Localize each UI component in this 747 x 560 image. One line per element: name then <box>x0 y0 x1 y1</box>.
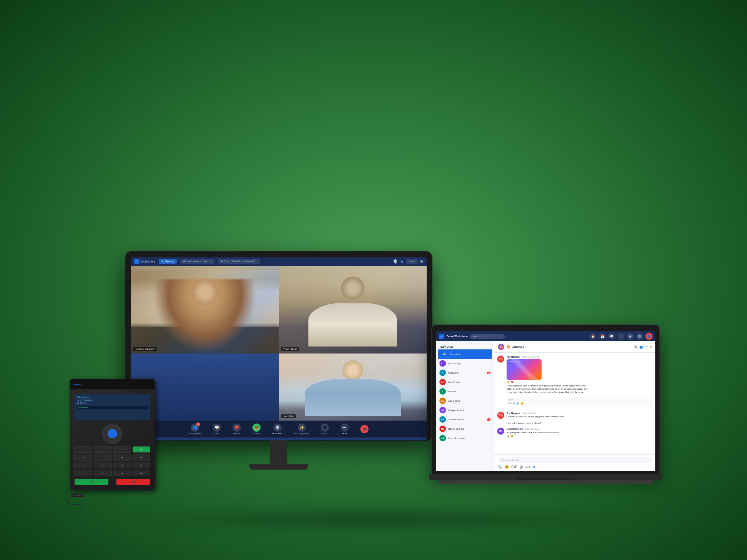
phone-key-hash[interactable]: # <box>113 470 131 476</box>
video-grid: Lindsey Sanchez Rocco Tapia <box>131 266 427 421</box>
zoom-laptop-logo: Zoom Workplace <box>446 335 467 338</box>
team-chat-avatar: TC <box>441 351 447 357</box>
phone-keypad: 1 2 3 ✉ 4 5 6 Hold 7 8 9 Xfer * 0 # Conf <box>74 446 150 476</box>
zoom-nav-icons: 🏠 📅 💬 📞 ⊞ ⚙️ 👤 <box>589 333 652 340</box>
zoom-nav-apps[interactable]: ⊞ <box>627 333 634 340</box>
sidebar-item-zoe[interactable]: ZC Zoe Collins <box>436 396 494 405</box>
phone-key-2[interactable]: 2 <box>94 446 111 453</box>
sidebar-item-marketing[interactable]: # Marketing 2 <box>436 368 494 377</box>
apps-label: Apps <box>322 432 327 435</box>
toolbar-share[interactable]: 📤 Share <box>252 424 261 435</box>
ai-companion-icon: ✨ <box>298 424 306 432</box>
link-icon[interactable]: 🔗 <box>516 402 519 405</box>
thumbs-up-icon[interactable]: 👍 <box>507 381 510 383</box>
phone-key-7[interactable]: 7 <box>74 462 92 469</box>
toolbar-host-tools[interactable]: 🛡️ Host tools <box>272 424 283 435</box>
share-label: Share <box>253 432 259 435</box>
sidebar-item-ken[interactable]: KC Ken Chung <box>436 359 494 368</box>
phone-key-5[interactable]: 5 <box>94 454 111 460</box>
lea-nametag: Lea Hahn <box>281 414 296 418</box>
search-icon[interactable]: 🔍 <box>634 345 638 349</box>
phone-key-1[interactable]: 1 <box>74 446 92 453</box>
phone-key-4[interactable]: 4 <box>74 454 92 460</box>
fin-avatar: # <box>439 388 446 395</box>
toolbar-react[interactable]: ❤️ React <box>233 424 241 435</box>
toolbar-more[interactable]: ••• More <box>340 424 349 435</box>
underline-icon[interactable]: U <box>513 402 515 405</box>
msg-3-thumbs-icon[interactable]: 👍 <box>507 435 510 437</box>
grid-icon: ⊞ <box>420 259 423 263</box>
phone-key-3[interactable]: 3 <box>113 446 131 453</box>
screen-tab-2[interactable]: Rocco Tapia's whiteboard ✕ <box>218 259 260 264</box>
sidebar-item-team-chat[interactable]: TC Team Chat <box>438 349 492 359</box>
marketing-unread-badge: 2 <box>487 372 490 374</box>
rocco-nametag: Rocco Tapia <box>281 347 299 351</box>
nav-inner-button[interactable] <box>108 429 117 438</box>
gif-icon[interactable]: GIF <box>511 465 517 469</box>
marketing-avatar: # <box>439 370 446 376</box>
phone-key-0[interactable]: 0 <box>94 470 111 476</box>
zoom-nav-avatar[interactable]: 👤 <box>645 333 652 340</box>
msg-3-avatar: NS <box>497 428 504 434</box>
zoom-nav-phone[interactable]: 📞 <box>617 333 624 340</box>
msg-3-smile-icon[interactable]: 😊 <box>511 435 514 437</box>
italic-icon[interactable]: I <box>511 402 512 405</box>
phone-key-6[interactable]: 6 <box>113 454 131 460</box>
sidebar-item-dan[interactable]: DC Dan Charts <box>436 377 494 387</box>
message-3: NS Naomi Sharma Today 10:52 AM It's goin… <box>497 428 652 437</box>
phone-answer-btn[interactable]: 📞 <box>74 479 108 485</box>
zoom-workplace-text: Workplace <box>140 260 155 263</box>
host-tools-label: Host tools <box>272 432 283 435</box>
nav-outer-ring[interactable] <box>102 424 123 444</box>
video-cell-lindsey: Lindsey Sanchez <box>131 266 279 353</box>
sidebar-item-naomi[interactable]: NS Naomi Sharma <box>436 424 494 433</box>
phone-end-btn[interactable]: 📵 <box>116 479 150 485</box>
chat-header: 🎨 🎨 Creative 🔍 👥 ••• ✕ <box>494 341 655 353</box>
laptop-bottom <box>438 480 654 484</box>
at-mention-icon[interactable]: @ <box>519 465 523 469</box>
heart-icon[interactable]: ❤️ <box>511 381 514 383</box>
msg-2-avatar: TN <box>497 412 504 419</box>
zoom-nav-home[interactable]: 🏠 <box>589 333 596 340</box>
code-icon[interactable]: </> <box>525 465 530 469</box>
toolbar-chat[interactable]: 💬 Chat <box>213 424 221 435</box>
zoom-nav-meetings[interactable]: 📅 <box>599 333 606 340</box>
more-options-icon[interactable]: ••• <box>645 345 648 349</box>
emoji-icon[interactable]: 😊 <box>520 402 524 405</box>
add-member-icon[interactable]: 👥 <box>639 345 643 349</box>
send-icon[interactable]: ➤ <box>533 465 536 469</box>
attach-icon[interactable]: 📎 <box>498 465 502 469</box>
screen-tab-1[interactable]: Lea Hahn's screen ✕ <box>180 259 214 264</box>
toolbar-participants[interactable]: 👥 3 Participants <box>189 424 201 435</box>
toolbar-end-call[interactable]: 📵 <box>360 425 368 433</box>
share-icon: 📤 <box>252 424 261 432</box>
views-button[interactable]: Views <box>406 259 418 264</box>
video-cell-rocco: Rocco Tapia <box>279 266 427 353</box>
host-tools-icon: 🛡️ <box>274 424 282 432</box>
zoom-logo: Z Workplace <box>134 259 155 264</box>
close-panel-icon[interactable]: ✕ <box>649 345 652 349</box>
phone-key-star[interactable]: * <box>74 470 92 476</box>
emoji-toolbar-icon[interactable]: 😊 <box>505 465 509 469</box>
msg-3-reactions: 👍 😊 <box>507 435 652 437</box>
meeting-tab[interactable]: Meeting <box>159 259 177 264</box>
phone-key-transfer[interactable]: Xfer <box>132 462 150 469</box>
message-input[interactable]: Message Creative + <box>498 457 652 463</box>
laptop-search-bar[interactable]: Search <box>470 334 505 339</box>
toolbar-ai-companion[interactable]: ✨ AI Companion <box>294 424 309 435</box>
phone-key-conf[interactable]: Conf <box>132 470 150 476</box>
phone-key-8[interactable]: 8 <box>94 462 111 469</box>
phone-key-msg[interactable]: ✉ <box>132 446 150 453</box>
zoom-nav-chat[interactable]: 💬 <box>608 333 615 340</box>
react-label: React <box>233 432 239 435</box>
sidebar-item-george[interactable]: GA George Andres <box>436 405 494 415</box>
zoom-nav-settings[interactable]: ⚙️ <box>636 333 643 340</box>
participant-count: 3 <box>196 422 200 426</box>
bold-icon[interactable]: B <box>508 402 510 405</box>
sidebar-item-karen[interactable]: KA Karen Anderson <box>436 433 494 443</box>
phone-key-9[interactable]: 9 <box>113 462 131 469</box>
sidebar-item-fin[interactable]: # Fin chat <box>436 387 494 396</box>
sidebar-item-simone[interactable]: SS Simone Santos 1 <box>436 415 494 424</box>
phone-key-hold[interactable]: Hold <box>132 454 150 460</box>
toolbar-apps[interactable]: ⊞ Apps <box>321 424 329 435</box>
